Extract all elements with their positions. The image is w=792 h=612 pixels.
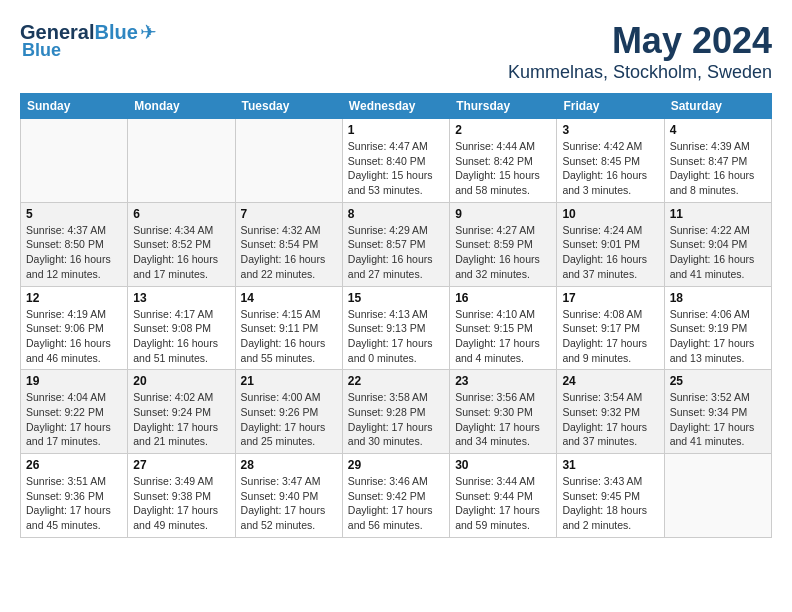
weekday-header-monday: Monday bbox=[128, 94, 235, 119]
day-cell: 31Sunrise: 3:43 AM Sunset: 9:45 PM Dayli… bbox=[557, 454, 664, 538]
day-number: 20 bbox=[133, 374, 229, 388]
day-detail: Sunrise: 4:39 AM Sunset: 8:47 PM Dayligh… bbox=[670, 139, 766, 198]
day-number: 25 bbox=[670, 374, 766, 388]
day-detail: Sunrise: 4:32 AM Sunset: 8:54 PM Dayligh… bbox=[241, 223, 337, 282]
day-cell: 20Sunrise: 4:02 AM Sunset: 9:24 PM Dayli… bbox=[128, 370, 235, 454]
day-number: 7 bbox=[241, 207, 337, 221]
day-cell: 29Sunrise: 3:46 AM Sunset: 9:42 PM Dayli… bbox=[342, 454, 449, 538]
calendar-table: SundayMondayTuesdayWednesdayThursdayFrid… bbox=[20, 93, 772, 538]
day-number: 21 bbox=[241, 374, 337, 388]
day-detail: Sunrise: 4:44 AM Sunset: 8:42 PM Dayligh… bbox=[455, 139, 551, 198]
day-cell bbox=[235, 119, 342, 203]
day-cell: 27Sunrise: 3:49 AM Sunset: 9:38 PM Dayli… bbox=[128, 454, 235, 538]
day-detail: Sunrise: 3:58 AM Sunset: 9:28 PM Dayligh… bbox=[348, 390, 444, 449]
day-detail: Sunrise: 4:19 AM Sunset: 9:06 PM Dayligh… bbox=[26, 307, 122, 366]
day-detail: Sunrise: 4:02 AM Sunset: 9:24 PM Dayligh… bbox=[133, 390, 229, 449]
day-detail: Sunrise: 3:52 AM Sunset: 9:34 PM Dayligh… bbox=[670, 390, 766, 449]
day-cell: 11Sunrise: 4:22 AM Sunset: 9:04 PM Dayli… bbox=[664, 202, 771, 286]
weekday-header-friday: Friday bbox=[557, 94, 664, 119]
day-detail: Sunrise: 3:43 AM Sunset: 9:45 PM Dayligh… bbox=[562, 474, 658, 533]
day-cell: 14Sunrise: 4:15 AM Sunset: 9:11 PM Dayli… bbox=[235, 286, 342, 370]
day-cell: 24Sunrise: 3:54 AM Sunset: 9:32 PM Dayli… bbox=[557, 370, 664, 454]
day-detail: Sunrise: 3:49 AM Sunset: 9:38 PM Dayligh… bbox=[133, 474, 229, 533]
page: GeneralBlue ✈ Blue May 2024 Kummelnas, S… bbox=[0, 0, 792, 558]
weekday-header-sunday: Sunday bbox=[21, 94, 128, 119]
day-number: 27 bbox=[133, 458, 229, 472]
header: GeneralBlue ✈ Blue May 2024 Kummelnas, S… bbox=[20, 20, 772, 83]
day-number: 10 bbox=[562, 207, 658, 221]
day-number: 29 bbox=[348, 458, 444, 472]
day-detail: Sunrise: 4:27 AM Sunset: 8:59 PM Dayligh… bbox=[455, 223, 551, 282]
day-cell: 9Sunrise: 4:27 AM Sunset: 8:59 PM Daylig… bbox=[450, 202, 557, 286]
day-number: 14 bbox=[241, 291, 337, 305]
day-detail: Sunrise: 4:24 AM Sunset: 9:01 PM Dayligh… bbox=[562, 223, 658, 282]
day-number: 3 bbox=[562, 123, 658, 137]
day-number: 17 bbox=[562, 291, 658, 305]
day-cell: 21Sunrise: 4:00 AM Sunset: 9:26 PM Dayli… bbox=[235, 370, 342, 454]
day-detail: Sunrise: 4:29 AM Sunset: 8:57 PM Dayligh… bbox=[348, 223, 444, 282]
week-row-3: 12Sunrise: 4:19 AM Sunset: 9:06 PM Dayli… bbox=[21, 286, 772, 370]
day-cell: 22Sunrise: 3:58 AM Sunset: 9:28 PM Dayli… bbox=[342, 370, 449, 454]
day-cell: 3Sunrise: 4:42 AM Sunset: 8:45 PM Daylig… bbox=[557, 119, 664, 203]
calendar-subtitle: Kummelnas, Stockholm, Sweden bbox=[508, 62, 772, 83]
day-number: 18 bbox=[670, 291, 766, 305]
day-cell: 8Sunrise: 4:29 AM Sunset: 8:57 PM Daylig… bbox=[342, 202, 449, 286]
day-number: 8 bbox=[348, 207, 444, 221]
day-detail: Sunrise: 3:56 AM Sunset: 9:30 PM Dayligh… bbox=[455, 390, 551, 449]
day-cell: 15Sunrise: 4:13 AM Sunset: 9:13 PM Dayli… bbox=[342, 286, 449, 370]
day-cell: 28Sunrise: 3:47 AM Sunset: 9:40 PM Dayli… bbox=[235, 454, 342, 538]
day-cell: 19Sunrise: 4:04 AM Sunset: 9:22 PM Dayli… bbox=[21, 370, 128, 454]
day-cell: 1Sunrise: 4:47 AM Sunset: 8:40 PM Daylig… bbox=[342, 119, 449, 203]
day-cell: 30Sunrise: 3:44 AM Sunset: 9:44 PM Dayli… bbox=[450, 454, 557, 538]
day-number: 1 bbox=[348, 123, 444, 137]
day-cell bbox=[21, 119, 128, 203]
day-detail: Sunrise: 4:15 AM Sunset: 9:11 PM Dayligh… bbox=[241, 307, 337, 366]
day-cell bbox=[128, 119, 235, 203]
day-detail: Sunrise: 4:17 AM Sunset: 9:08 PM Dayligh… bbox=[133, 307, 229, 366]
day-detail: Sunrise: 4:22 AM Sunset: 9:04 PM Dayligh… bbox=[670, 223, 766, 282]
day-detail: Sunrise: 4:10 AM Sunset: 9:15 PM Dayligh… bbox=[455, 307, 551, 366]
day-detail: Sunrise: 3:46 AM Sunset: 9:42 PM Dayligh… bbox=[348, 474, 444, 533]
day-number: 12 bbox=[26, 291, 122, 305]
day-cell: 23Sunrise: 3:56 AM Sunset: 9:30 PM Dayli… bbox=[450, 370, 557, 454]
day-number: 4 bbox=[670, 123, 766, 137]
day-cell: 26Sunrise: 3:51 AM Sunset: 9:36 PM Dayli… bbox=[21, 454, 128, 538]
day-number: 13 bbox=[133, 291, 229, 305]
day-number: 15 bbox=[348, 291, 444, 305]
day-number: 31 bbox=[562, 458, 658, 472]
day-number: 2 bbox=[455, 123, 551, 137]
day-cell: 12Sunrise: 4:19 AM Sunset: 9:06 PM Dayli… bbox=[21, 286, 128, 370]
day-cell: 4Sunrise: 4:39 AM Sunset: 8:47 PM Daylig… bbox=[664, 119, 771, 203]
day-cell: 10Sunrise: 4:24 AM Sunset: 9:01 PM Dayli… bbox=[557, 202, 664, 286]
week-row-1: 1Sunrise: 4:47 AM Sunset: 8:40 PM Daylig… bbox=[21, 119, 772, 203]
day-cell: 6Sunrise: 4:34 AM Sunset: 8:52 PM Daylig… bbox=[128, 202, 235, 286]
weekday-header-wednesday: Wednesday bbox=[342, 94, 449, 119]
day-cell: 13Sunrise: 4:17 AM Sunset: 9:08 PM Dayli… bbox=[128, 286, 235, 370]
title-block: May 2024 Kummelnas, Stockholm, Sweden bbox=[508, 20, 772, 83]
week-row-4: 19Sunrise: 4:04 AM Sunset: 9:22 PM Dayli… bbox=[21, 370, 772, 454]
day-cell bbox=[664, 454, 771, 538]
bird-icon: ✈ bbox=[140, 20, 157, 44]
day-detail: Sunrise: 4:13 AM Sunset: 9:13 PM Dayligh… bbox=[348, 307, 444, 366]
day-number: 30 bbox=[455, 458, 551, 472]
day-number: 6 bbox=[133, 207, 229, 221]
weekday-header-tuesday: Tuesday bbox=[235, 94, 342, 119]
day-cell: 18Sunrise: 4:06 AM Sunset: 9:19 PM Dayli… bbox=[664, 286, 771, 370]
day-number: 26 bbox=[26, 458, 122, 472]
calendar-title: May 2024 bbox=[508, 20, 772, 62]
day-detail: Sunrise: 4:00 AM Sunset: 9:26 PM Dayligh… bbox=[241, 390, 337, 449]
week-row-5: 26Sunrise: 3:51 AM Sunset: 9:36 PM Dayli… bbox=[21, 454, 772, 538]
day-cell: 5Sunrise: 4:37 AM Sunset: 8:50 PM Daylig… bbox=[21, 202, 128, 286]
day-cell: 2Sunrise: 4:44 AM Sunset: 8:42 PM Daylig… bbox=[450, 119, 557, 203]
day-detail: Sunrise: 4:34 AM Sunset: 8:52 PM Dayligh… bbox=[133, 223, 229, 282]
week-row-2: 5Sunrise: 4:37 AM Sunset: 8:50 PM Daylig… bbox=[21, 202, 772, 286]
day-number: 5 bbox=[26, 207, 122, 221]
day-detail: Sunrise: 4:06 AM Sunset: 9:19 PM Dayligh… bbox=[670, 307, 766, 366]
day-cell: 17Sunrise: 4:08 AM Sunset: 9:17 PM Dayli… bbox=[557, 286, 664, 370]
logo: GeneralBlue ✈ Blue bbox=[20, 20, 157, 61]
day-detail: Sunrise: 3:54 AM Sunset: 9:32 PM Dayligh… bbox=[562, 390, 658, 449]
day-number: 28 bbox=[241, 458, 337, 472]
day-number: 9 bbox=[455, 207, 551, 221]
day-number: 23 bbox=[455, 374, 551, 388]
day-cell: 7Sunrise: 4:32 AM Sunset: 8:54 PM Daylig… bbox=[235, 202, 342, 286]
